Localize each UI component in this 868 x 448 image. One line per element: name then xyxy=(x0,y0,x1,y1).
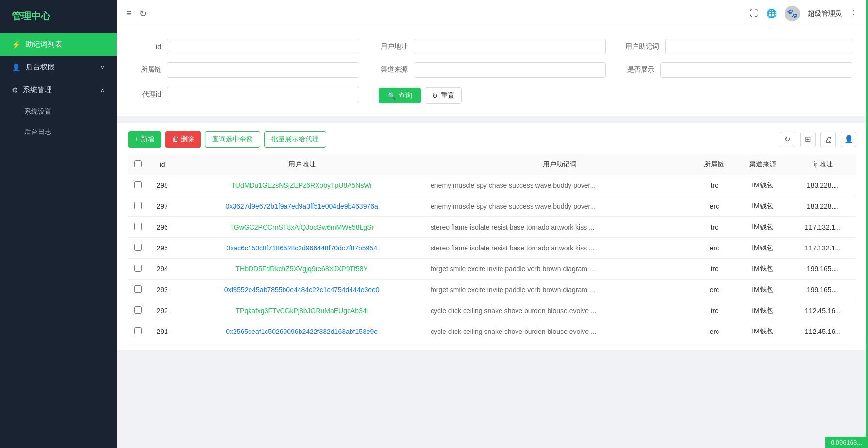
add-button[interactable]: + 新增 xyxy=(128,131,161,148)
table-toolbar-left: + 新增 🗑 删除 查询选中余额 批量展示给代理 xyxy=(128,131,326,148)
row-checkbox[interactable] xyxy=(134,306,142,314)
refresh-icon[interactable]: ↻ xyxy=(139,8,147,19)
cell-id: 298 xyxy=(148,175,177,196)
filter-label-agent-id: 代理id xyxy=(132,90,161,99)
cell-chain: erc xyxy=(693,196,736,217)
globe-icon[interactable]: 🌐 xyxy=(766,8,777,19)
cell-channel: IM钱包 xyxy=(736,300,789,321)
search-button-label: 查询 xyxy=(399,91,412,100)
avatar-image: 🐾 xyxy=(787,8,798,19)
filter-input-is-display[interactable] xyxy=(660,62,852,78)
filter-row-user-mnemonic: 用户助记词 xyxy=(625,39,852,54)
cell-address[interactable]: 0xf3552e45ab7855b0e4484c22c1c4754d444e3e… xyxy=(177,280,427,300)
filter-input-channel-source[interactable] xyxy=(414,62,606,78)
more-icon[interactable]: ⋮ xyxy=(850,8,858,19)
filter-panel: id 用户地址 用户助记词 所属链 渠道来源 xyxy=(117,27,868,116)
table-row: 295 0xac6c150c8f7186528c2d966448f70dc7f8… xyxy=(128,238,856,259)
cell-ip: 183.228.... xyxy=(789,196,856,217)
filter-row-agent-id: 代理id xyxy=(132,85,359,104)
filter-label-user-mnemonic: 用户助记词 xyxy=(625,42,659,51)
cell-chain: trc xyxy=(693,217,736,238)
menu-icon[interactable]: ≡ xyxy=(126,8,132,18)
cell-address[interactable]: 0x2565ceaf1c50269096b2422f332d163abf153e… xyxy=(177,321,427,342)
table-row: 292 TPqkafxg3FTvCGkPj8bJGRuMaEUgcAb34i c… xyxy=(128,300,856,321)
sidebar-item-backend-permissions[interactable]: 👤 后台权限 ∨ xyxy=(0,56,117,79)
sidebar-logo: 管理中心 xyxy=(0,0,117,33)
cell-mnemonic: cycle click ceiling snake shove burden b… xyxy=(427,300,693,321)
cell-ip: 112.45.16... xyxy=(789,300,856,321)
select-all-checkbox[interactable] xyxy=(134,160,142,167)
row-checkbox[interactable] xyxy=(134,223,142,230)
cell-chain: erc xyxy=(693,280,736,300)
row-checkbox-cell xyxy=(128,175,148,196)
sidebar-item-mnemonic-list[interactable]: ⚡ 助记词列表 xyxy=(0,33,117,56)
row-checkbox[interactable] xyxy=(134,285,142,293)
cell-id: 291 xyxy=(148,321,177,342)
sidebar-item-label: 系统管理 xyxy=(23,85,52,95)
cell-channel: IM钱包 xyxy=(736,217,789,238)
cell-channel: IM钱包 xyxy=(736,238,789,259)
sidebar-item-backend-log[interactable]: 后台日志 xyxy=(0,122,117,142)
table-row: 297 0x3627d9e672b1f9a7ed9a3ff51e004de9b4… xyxy=(128,196,856,217)
cell-id: 296 xyxy=(148,217,177,238)
cell-ip: 112.45.16... xyxy=(789,321,856,342)
cell-chain: erc xyxy=(693,321,736,342)
username-label: 超级管理员 xyxy=(808,9,842,18)
batch-display-button[interactable]: 批量展示给代理 xyxy=(264,131,326,148)
query-balance-button[interactable]: 查询选中余额 xyxy=(205,131,260,148)
search-button[interactable]: 🔍 查询 xyxy=(379,88,421,103)
filter-input-agent-id[interactable] xyxy=(167,87,359,102)
cell-channel: IM钱包 xyxy=(736,196,789,217)
row-checkbox[interactable] xyxy=(134,265,142,272)
filter-label-chain: 所属链 xyxy=(132,66,161,74)
row-checkbox[interactable] xyxy=(134,181,142,188)
cell-address[interactable]: 0x3627d9e672b1f9a7ed9a3ff51e004de9b46397… xyxy=(177,196,427,217)
sidebar-item-system-management[interactable]: ⚙ 系统管理 ∧ xyxy=(0,79,117,101)
filter-input-chain[interactable] xyxy=(167,62,359,78)
filter-input-user-address[interactable] xyxy=(414,39,606,54)
cell-address[interactable]: TUdMDu1GEzsNSjZEPz6RXobyTpU8A5NsWr xyxy=(177,175,427,196)
table-row: 294 THbDD5FdRkchZ5XVgjq9re68XJXP9Tf58Y f… xyxy=(128,259,856,280)
fullscreen-icon[interactable]: ⛶ xyxy=(750,8,758,18)
table-columns-button[interactable]: ⊞ xyxy=(800,132,816,147)
header: ≡ ↻ ⛶ 🌐 🐾 超级管理员 ⋮ xyxy=(117,0,868,27)
data-table: id 用户地址 用户助记词 所属链 渠道来源 ip地址 298 TUdMDu1G… xyxy=(128,154,856,342)
filter-row-is-display: 是否展示 xyxy=(625,62,852,78)
col-header-address: 用户地址 xyxy=(177,154,427,175)
cell-address[interactable]: 0xac6c150c8f7186528c2d966448f70dc7f87b59… xyxy=(177,238,427,259)
header-left: ≡ ↻ xyxy=(126,8,147,19)
cell-channel: IM钱包 xyxy=(736,259,789,280)
cell-ip: 199.165.... xyxy=(789,280,856,300)
cell-id: 292 xyxy=(148,300,177,321)
col-header-mnemonic: 用户助记词 xyxy=(427,154,693,175)
filter-label-channel-source: 渠道来源 xyxy=(379,66,408,74)
cell-mnemonic: enemy muscle spy chase success wave budd… xyxy=(427,196,693,217)
col-header-ip: ip地址 xyxy=(789,154,856,175)
col-header-id: id xyxy=(148,154,177,175)
sidebar-item-label: 后台权限 xyxy=(26,63,55,72)
table-export-button[interactable]: 👤 xyxy=(841,132,856,147)
reset-button[interactable]: ↻ 重置 xyxy=(425,87,462,104)
row-checkbox-cell xyxy=(128,238,148,259)
header-right: ⛶ 🌐 🐾 超级管理员 ⋮ xyxy=(750,6,858,21)
cell-id: 297 xyxy=(148,196,177,217)
cell-id: 294 xyxy=(148,259,177,280)
cell-channel: IM钱包 xyxy=(736,280,789,300)
chevron-up-icon: ∧ xyxy=(100,87,105,94)
table-print-button[interactable]: 🖨 xyxy=(820,132,836,147)
filter-row-user-address: 用户地址 xyxy=(379,39,606,54)
table-toolbar-right: ↻ ⊞ 🖨 👤 xyxy=(780,132,856,147)
sidebar-item-system-settings[interactable]: 系统设置 xyxy=(0,101,117,122)
row-checkbox[interactable] xyxy=(134,202,142,209)
table-body: 298 TUdMDu1GEzsNSjZEPz6RXobyTpU8A5NsWr e… xyxy=(128,175,856,342)
table-refresh-button[interactable]: ↻ xyxy=(780,132,795,147)
cell-address[interactable]: TGwGC2PCCrnST8xAfQJocGw6mMWe58LgSr xyxy=(177,217,427,238)
delete-button[interactable]: 🗑 删除 xyxy=(165,131,201,148)
cell-address[interactable]: TPqkafxg3FTvCGkPj8bJGRuMaEUgcAb34i xyxy=(177,300,427,321)
filter-input-id[interactable] xyxy=(167,39,359,54)
row-checkbox[interactable] xyxy=(134,244,142,251)
filter-input-user-mnemonic[interactable] xyxy=(665,39,852,54)
cell-id: 295 xyxy=(148,238,177,259)
cell-address[interactable]: THbDD5FdRkchZ5XVgjq9re68XJXP9Tf58Y xyxy=(177,259,427,280)
row-checkbox[interactable] xyxy=(134,327,142,334)
